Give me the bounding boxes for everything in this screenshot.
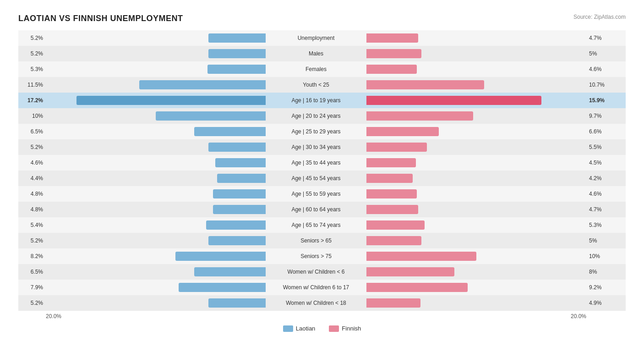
axis-right-label: 20.0%	[366, 313, 586, 319]
right-value: 4.7%	[586, 206, 614, 213]
chart-row: 7.9% Women w/ Children 6 to 17 9.2%	[18, 280, 626, 295]
left-bar	[213, 205, 266, 214]
left-bar-area	[46, 298, 266, 308]
right-bar-area	[366, 111, 586, 121]
left-value: 5.2%	[18, 35, 46, 41]
right-bar-area	[366, 283, 586, 292]
left-value: 6.5%	[18, 269, 46, 275]
legend-item-laotian: Laotian	[283, 325, 316, 332]
right-bar-area	[366, 158, 586, 167]
right-bar	[366, 189, 417, 198]
left-bar	[215, 158, 266, 167]
left-value: 5.2%	[18, 50, 46, 57]
row-label: Age | 35 to 44 years	[266, 160, 366, 166]
left-bar	[208, 143, 266, 152]
left-bar-area	[46, 143, 266, 152]
left-value: 4.4%	[18, 175, 46, 182]
left-bar	[208, 236, 266, 245]
right-bar-area	[366, 96, 586, 105]
left-bar-area	[46, 236, 266, 245]
right-bar	[366, 220, 425, 230]
left-value: 5.2%	[18, 237, 46, 244]
row-label: Women w/ Children < 18	[266, 300, 366, 306]
left-bar-area	[46, 33, 266, 43]
right-value: 9.7%	[586, 113, 614, 119]
left-value: 5.4%	[18, 222, 46, 228]
chart-row: 4.4% Age | 45 to 54 years 4.2%	[18, 171, 626, 186]
row-label: Males	[266, 50, 366, 57]
right-bar	[366, 298, 420, 308]
chart-row: 5.2% Males 5%	[18, 46, 626, 61]
chart-container: LAOTIAN VS FINNISH UNEMPLOYMENT Source: …	[9, 9, 635, 341]
left-bar	[156, 111, 266, 121]
left-bar-area	[46, 158, 266, 167]
chart-title: LAOTIAN VS FINNISH UNEMPLOYMENT	[18, 14, 183, 23]
left-bar	[175, 252, 266, 261]
chart-row: 10% Age | 20 to 24 years 9.7%	[18, 108, 626, 124]
left-bar-area	[46, 267, 266, 276]
row-label: Seniors > 65	[266, 237, 366, 244]
left-bar-area	[46, 174, 266, 183]
legend-item-finnish: Finnish	[329, 325, 361, 332]
row-label: Age | 25 to 29 years	[266, 128, 366, 135]
right-bar-area	[366, 220, 586, 230]
right-bar-area	[366, 205, 586, 214]
legend-label-laotian: Laotian	[296, 325, 316, 332]
right-bar-area	[366, 236, 586, 245]
chart-row: 5.2% Women w/ Children < 18 4.9%	[18, 295, 626, 311]
left-value: 6.5%	[18, 128, 46, 135]
row-label: Age | 30 to 34 years	[266, 144, 366, 150]
row-label: Age | 45 to 54 years	[266, 175, 366, 182]
right-bar-area	[366, 267, 586, 276]
left-bar	[194, 127, 266, 136]
right-bar	[366, 80, 484, 89]
right-bar	[366, 236, 421, 245]
left-bar-area	[46, 80, 266, 89]
left-bar	[207, 65, 266, 74]
left-bar	[208, 298, 266, 308]
chart-row: 4.8% Age | 60 to 64 years 4.7%	[18, 202, 626, 217]
left-bar-area	[46, 220, 266, 230]
axis-left-label: 20.0%	[46, 313, 266, 319]
right-bar	[366, 49, 421, 58]
right-bar	[366, 33, 418, 43]
left-bar	[208, 33, 266, 43]
row-label: Youth < 25	[266, 82, 366, 88]
right-bar-area	[366, 33, 586, 43]
chart-header: LAOTIAN VS FINNISH UNEMPLOYMENT Source: …	[18, 14, 626, 23]
chart-row: 5.2% Seniors > 65 5%	[18, 233, 626, 248]
left-value: 7.9%	[18, 284, 46, 291]
chart-body: 5.2% Unemployment 4.7% 5.2% Males 5% 5.3…	[18, 30, 626, 311]
legend-label-finnish: Finnish	[342, 325, 361, 332]
row-label: Age | 55 to 59 years	[266, 191, 366, 197]
left-bar-area	[46, 96, 266, 105]
chart-row: 8.2% Seniors > 75 10%	[18, 248, 626, 264]
right-bar-area	[366, 174, 586, 183]
right-bar-area	[366, 65, 586, 74]
right-value: 10.7%	[586, 82, 614, 88]
row-label: Age | 16 to 19 years	[266, 97, 366, 104]
right-bar	[366, 205, 418, 214]
left-value: 10%	[18, 113, 46, 119]
left-bar-area	[46, 189, 266, 198]
right-bar-area	[366, 143, 586, 152]
right-bar	[366, 158, 416, 167]
left-bar-area	[46, 283, 266, 292]
right-bar	[366, 111, 473, 121]
right-bar	[366, 267, 454, 276]
left-bar-area	[46, 205, 266, 214]
left-bar	[179, 283, 266, 292]
right-value: 5.3%	[586, 222, 614, 228]
right-bar-area	[366, 80, 586, 89]
right-value: 5%	[586, 50, 614, 57]
left-bar	[213, 189, 266, 198]
left-bar	[139, 80, 266, 89]
right-bar	[366, 283, 468, 292]
left-bar-area	[46, 252, 266, 261]
row-label: Women w/ Children < 6	[266, 269, 366, 275]
left-bar-area	[46, 65, 266, 74]
right-value: 4.6%	[586, 191, 614, 197]
left-value: 4.6%	[18, 160, 46, 166]
row-label: Seniors > 75	[266, 253, 366, 259]
left-value: 17.2%	[18, 97, 46, 104]
